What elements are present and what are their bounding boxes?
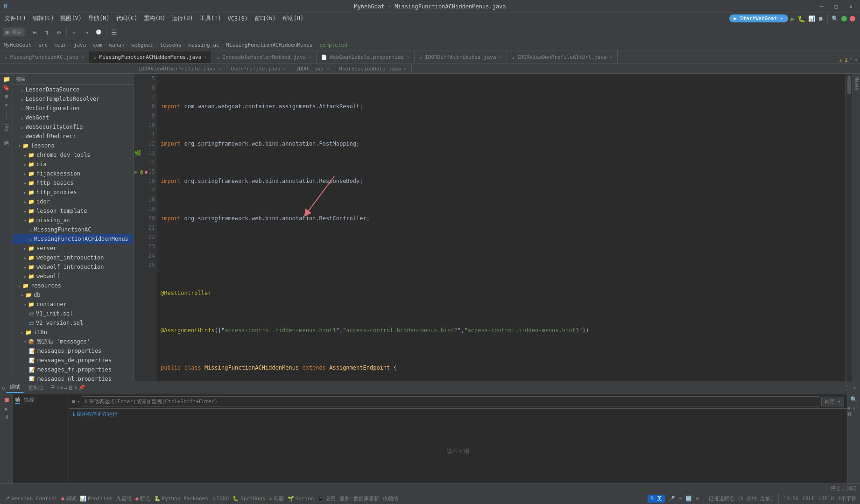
run-button[interactable]: ▶ xyxy=(791,15,795,22)
tree-item-v1-sql[interactable]: 🗃 V1_init.sql xyxy=(13,309,133,318)
tab-more-btn[interactable]: ⌃ xyxy=(850,56,853,63)
tree-item-messages[interactable]: 📝 messages.properties xyxy=(13,346,133,356)
editor-scrollbar[interactable] xyxy=(845,74,853,381)
project-tree[interactable]: 项目 ☕ LessonDataSource ☕ LessonTemplateRe… xyxy=(13,74,134,381)
menu-view[interactable]: 视图(V) xyxy=(57,14,85,23)
breadcrumb-item[interactable]: main xyxy=(55,42,67,48)
status-python[interactable]: 🐍 Python Packages xyxy=(154,496,208,502)
tab-idor-diff[interactable]: ☕ IDORDiffAttributes.java ✕ xyxy=(415,51,507,63)
tab-close[interactable]: ✕ xyxy=(81,55,84,60)
tree-item-lesson-template[interactable]: ☕ LessonTemplateResolver xyxy=(13,94,133,104)
maven-label[interactable]: Maven xyxy=(853,74,860,94)
code-editor[interactable]: 5 6 7 8 9 10 11 12 🌿 13 14 ▶ @ ● 15 xyxy=(134,74,853,381)
tree-item-webwolf-redirect[interactable]: ☕ WebWolfRedirect xyxy=(13,132,133,141)
breadcrumb-item[interactable]: java xyxy=(74,42,86,48)
breadcrumb-completed[interactable]: completed xyxy=(319,42,347,48)
debug-clear-btn[interactable]: 🗑 xyxy=(68,385,73,391)
tree-item-messages-fr[interactable]: 📝 messages_fr.properties xyxy=(13,365,133,374)
tab-labels[interactable]: 📄 WebGoatLabels.properties ✕ xyxy=(317,51,415,63)
status-line-ending[interactable]: CRLF xyxy=(803,496,815,502)
debug-filter-icon[interactable]: ≡ xyxy=(72,399,75,405)
tree-item-missing-fn-ac[interactable]: ☕ MissingFunctionAC xyxy=(13,225,133,234)
debug-pin-btn[interactable]: 📌 xyxy=(78,385,85,391)
translate-icon[interactable]: 🔤 xyxy=(685,496,692,502)
tree-item-http-basics[interactable]: ▸ 📁 http_basics xyxy=(13,178,133,188)
tab-idor-other[interactable]: IDORViewOtherProfile.java ✕ xyxy=(134,64,226,73)
menu-code[interactable]: 代码(C) xyxy=(113,14,141,23)
project-label[interactable]: ■ 项目 xyxy=(3,28,25,36)
threads-tab[interactable]: 线程 xyxy=(24,396,34,404)
breadcrumb-item[interactable]: MyWebGoat xyxy=(4,42,32,48)
tree-item-v2-sql[interactable]: 🗃 V2_version.sql xyxy=(13,318,133,328)
scrollbar-thumb[interactable] xyxy=(847,76,851,94)
tree-item-websecurity[interactable]: ☕ WebSecurityConfig xyxy=(13,122,133,132)
breadcrumb-item[interactable]: src xyxy=(38,42,48,48)
menu-edit[interactable]: 编辑(E) xyxy=(30,14,57,23)
breadcrumb-item[interactable]: wanan xyxy=(109,42,124,48)
menu-file[interactable]: 文件(F) xyxy=(2,14,29,23)
run-coverage-button[interactable]: 📊 xyxy=(808,15,815,22)
keyboard-icon[interactable]: ⌨ xyxy=(679,496,682,502)
menu-tools[interactable]: 工具(T) xyxy=(197,14,224,23)
debug-expand-btn[interactable]: ⛶ xyxy=(846,385,851,391)
debug-filter-btn[interactable]: ☰ xyxy=(50,385,55,391)
tree-collapse-btn[interactable]: ⊟ xyxy=(29,27,40,38)
debug-scroll-top-btn[interactable]: ⇈ xyxy=(56,385,59,391)
debug-pause-btn[interactable]: ⏸ xyxy=(4,414,9,420)
breadcrumb-item[interactable]: webgoat xyxy=(131,42,153,48)
tree-item-container[interactable]: ▾ 📁 container xyxy=(13,300,133,309)
setting-icon[interactable]: ⚙ xyxy=(696,496,699,502)
status-spring[interactable]: 🌱 Spring xyxy=(288,496,314,502)
tree-item-missing-ac[interactable]: ▾ 📁 missing_ac xyxy=(13,216,133,225)
debug-settings-btn[interactable]: ⚙ xyxy=(74,385,78,391)
structure-icon[interactable]: ≡ xyxy=(5,93,8,99)
debug-expand-icon[interactable]: ▾ xyxy=(77,399,80,405)
debug-run-button[interactable]: 🐛 xyxy=(797,15,805,22)
menu-vcs[interactable]: VCS(S) xyxy=(225,14,251,23)
tree-item-resources[interactable]: ▸ 📁 resources xyxy=(13,281,133,290)
tab-close[interactable]: ✕ xyxy=(204,55,207,60)
tree-item-messages-de[interactable]: 📝 messages_de.properties xyxy=(13,356,133,365)
tree-item-webgoat-intro[interactable]: ▸ 📁 webgoat_introduction xyxy=(13,253,133,262)
tab-idor-view[interactable]: ☕ IDORViewOwnProfileAltUrl.java ✕ xyxy=(507,51,618,63)
status-encoding[interactable]: UTF-8 xyxy=(818,496,834,502)
status-spotbugs[interactable]: 🐛 SpotBugs xyxy=(233,496,265,502)
debug-scroll-end-btn[interactable]: ⇊ xyxy=(60,385,63,391)
tree-item-chrome[interactable]: ▸ 📁 chrome_dev_tools xyxy=(13,150,133,160)
tab-missing-ac[interactable]: ☕ MissingFunctionAC.java ✕ xyxy=(0,51,89,63)
tab-close[interactable]: ✕ xyxy=(610,55,613,60)
debug-tab-debug[interactable]: 调试 xyxy=(6,383,24,393)
status-breakpoints[interactable]: ● 断点 xyxy=(135,495,150,502)
tree-item-webwolf[interactable]: ▸ 📁 webwolf xyxy=(13,272,133,281)
tab-close2[interactable]: ✕ xyxy=(404,66,407,71)
code-lines[interactable]: import com.wanan.webgoat.container.assig… xyxy=(157,74,845,381)
warning-count[interactable]: ⚠ 2 xyxy=(839,57,847,63)
tree-item-db[interactable]: ▸ 📁 db xyxy=(13,290,133,300)
menu-refactor[interactable]: 重构(R) xyxy=(141,14,168,23)
debug-close-btn[interactable]: ✕ xyxy=(853,385,856,391)
tab-close[interactable]: ✕ xyxy=(309,55,311,60)
status-version-control[interactable]: ⎇ Version Control xyxy=(4,496,57,502)
debug-soft-wrap-btn[interactable]: ↵ xyxy=(64,385,67,391)
status-todo[interactable]: ☑ TODO xyxy=(212,496,229,502)
tree-item-messages-pkg[interactable]: ▾ 📦 资源包 'messages' xyxy=(13,337,133,346)
breadcrumb-item[interactable]: missing_ac xyxy=(188,42,219,48)
tree-item-server[interactable]: ▸ 📁 server xyxy=(13,244,133,253)
jpa-label[interactable]: JPA xyxy=(4,123,9,131)
bookmark-icon[interactable]: 🔖 xyxy=(3,84,10,91)
tree-item-webgoat[interactable]: ☕ WebGoat xyxy=(13,113,133,122)
tab-invocable[interactable]: ☕ InvocableHandlerMethod.java ✕ xyxy=(212,51,317,63)
status-app[interactable]: 📱 应用 xyxy=(317,495,336,502)
search-button[interactable]: 🔍 xyxy=(832,15,839,22)
tab-missing-ac-hidden[interactable]: ☕ MissingFunctionACHiddenMenus.java ✕ xyxy=(89,51,212,63)
debug-resume-btn[interactable]: ▶ xyxy=(5,406,8,412)
tree-item-cia[interactable]: ▸ 📁 cia xyxy=(13,160,133,169)
project-tree-icon[interactable]: 📁 xyxy=(3,76,10,83)
mic-icon[interactable]: 🎤 xyxy=(669,496,675,502)
tab-user-profile[interactable]: UserProfile.java ✕ xyxy=(226,64,291,73)
breadcrumb-item[interactable]: lessons xyxy=(160,42,181,48)
tree-item-lesson-tmpl[interactable]: ▸ 📁 lesson_template xyxy=(13,206,133,216)
tree-item-messages-nl[interactable]: 📝 messages_nl.properties xyxy=(13,374,133,381)
settings-btn[interactable]: ☰ xyxy=(108,27,120,38)
menu-navigate[interactable]: 导航(N) xyxy=(85,14,113,23)
